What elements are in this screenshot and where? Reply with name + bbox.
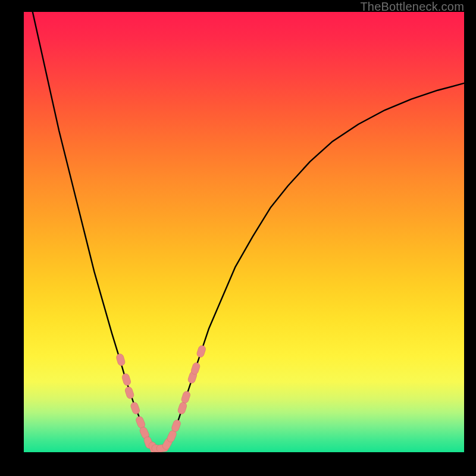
svg-rect-1: [121, 373, 131, 387]
data-marker: [177, 402, 188, 415]
svg-rect-17: [196, 345, 206, 358]
marker-group: [115, 345, 206, 452]
data-marker: [121, 373, 131, 387]
data-marker: [130, 402, 140, 415]
data-marker: [196, 345, 206, 358]
svg-rect-0: [115, 353, 126, 367]
svg-rect-2: [124, 386, 135, 400]
chart-svg: [24, 12, 464, 452]
watermark-text: TheBottleneck.com: [360, 0, 464, 14]
plot-area: [24, 12, 464, 452]
data-marker: [180, 390, 191, 404]
bottleneck-curve: [33, 12, 464, 449]
curve-group: [33, 12, 464, 449]
data-marker: [115, 353, 126, 367]
data-marker: [124, 386, 135, 400]
svg-rect-13: [177, 402, 188, 415]
chart-frame: TheBottleneck.com: [0, 0, 476, 476]
svg-rect-14: [180, 390, 191, 404]
svg-rect-3: [130, 402, 140, 415]
